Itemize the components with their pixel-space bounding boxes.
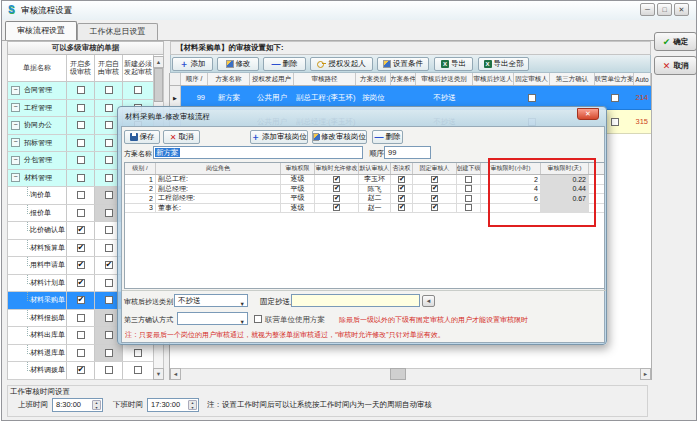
multi-level-checkbox[interactable] — [77, 279, 85, 287]
right-column-header[interactable]: 第三方确认 — [550, 73, 595, 85]
free-audit-checkbox[interactable] — [105, 209, 113, 217]
list-item[interactable]: 材料调拨单 — [8, 362, 154, 380]
dialog-cancel-button[interactable]: ✕取消 — [163, 130, 200, 144]
free-audit-checkbox[interactable] — [105, 349, 113, 357]
end-time-input[interactable]: 17:30:00▲▼ — [147, 398, 199, 412]
multi-level-checkbox[interactable] — [77, 349, 85, 357]
expand-icon[interactable]: − — [11, 156, 20, 165]
veto-checkbox[interactable] — [398, 185, 405, 192]
free-audit-checkbox[interactable] — [105, 191, 113, 199]
create-sub-checkbox[interactable] — [465, 204, 472, 211]
export-all-button[interactable]: X导出全部 — [478, 57, 529, 71]
right-column-header[interactable]: 方案条件 — [391, 73, 416, 85]
expand-icon[interactable]: − — [11, 86, 20, 95]
right-column-header[interactable]: 方案名称 — [208, 73, 250, 85]
free-audit-checkbox[interactable] — [105, 226, 113, 234]
veto-checkbox[interactable] — [398, 204, 405, 211]
dialog-column-header[interactable]: 审核权限 — [281, 163, 315, 174]
set-condition-button[interactable]: 设置条件 — [377, 57, 429, 71]
right-column-header[interactable]: 审核后抄送类别 — [416, 73, 473, 85]
joint-scheme-checkbox[interactable] — [611, 118, 619, 126]
veto-checkbox[interactable] — [398, 176, 405, 183]
left-column-header[interactable]: 新建必须发起审核 — [123, 55, 154, 81]
add-position-button[interactable]: ＋添加审核岗位 — [250, 130, 308, 144]
free-audit-checkbox[interactable] — [105, 261, 113, 269]
free-audit-checkbox[interactable] — [105, 366, 113, 374]
minimize-button[interactable]: ─ — [640, 3, 655, 16]
right-column-header[interactable]: 固定审核人 — [514, 73, 550, 85]
must-initiate-checkbox[interactable] — [134, 86, 142, 94]
modify-button[interactable]: 修改 — [217, 57, 259, 71]
delete-button[interactable]: —删除 — [263, 57, 306, 71]
multi-level-checkbox[interactable] — [77, 226, 85, 234]
delete-position-button[interactable]: —删除 — [372, 130, 403, 144]
multi-level-checkbox[interactable] — [77, 366, 85, 374]
tab-rest-day[interactable]: 工作休息日设置 — [77, 23, 158, 41]
modify-position-button[interactable]: 修改审核岗位 — [312, 130, 367, 144]
h-scroll-right-button[interactable]: ► — [640, 368, 651, 380]
allow-modify-checkbox[interactable] — [333, 185, 340, 192]
multi-level-checkbox[interactable] — [77, 174, 85, 182]
start-time-input[interactable]: 8:30:00▲▼ — [52, 398, 103, 412]
h-scroll-thumb[interactable] — [390, 368, 406, 380]
end-time-spinner[interactable]: ▲▼ — [188, 400, 197, 410]
fixed-auditor-checkbox[interactable] — [431, 185, 438, 192]
dialog-column-header[interactable]: 审核时允许修改 — [315, 163, 359, 174]
order-input[interactable]: 99 — [384, 146, 431, 159]
allow-modify-checkbox[interactable] — [333, 204, 340, 211]
free-audit-checkbox[interactable] — [105, 296, 113, 304]
create-sub-checkbox[interactable] — [465, 195, 472, 202]
fixed-auditor-checkbox[interactable] — [431, 195, 438, 202]
left-column-header[interactable]: 开启多级审核 — [67, 55, 95, 81]
multi-level-checkbox[interactable] — [77, 121, 85, 129]
scheme-name-input[interactable]: 新方案 — [153, 146, 363, 159]
h-scrollbar[interactable] — [170, 368, 651, 380]
free-audit-checkbox[interactable] — [105, 279, 113, 287]
allow-modify-checkbox[interactable] — [333, 176, 340, 183]
dialog-column-header[interactable]: 岗位角色 — [156, 163, 281, 174]
free-audit-checkbox[interactable] — [105, 121, 113, 129]
cc-type-select[interactable]: 不抄送▼ — [174, 294, 248, 307]
cc-person-picker-button[interactable]: ◄ — [422, 295, 435, 307]
multi-level-checkbox[interactable] — [77, 191, 85, 199]
list-item[interactable]: −合同管理 — [8, 82, 154, 100]
right-column-header[interactable]: 顺序 / — [181, 73, 208, 85]
free-audit-checkbox[interactable] — [105, 86, 113, 94]
multi-level-checkbox[interactable] — [77, 296, 85, 304]
free-audit-checkbox[interactable] — [105, 104, 113, 112]
free-audit-checkbox[interactable] — [105, 139, 113, 147]
expand-icon[interactable]: − — [11, 121, 20, 130]
add-button[interactable]: ＋添加 — [172, 57, 213, 71]
free-audit-checkbox[interactable] — [105, 331, 113, 339]
left-scrollbar-thumb[interactable] — [154, 68, 163, 102]
expand-icon[interactable]: − — [11, 103, 20, 112]
left-column-header[interactable]: 单据名称 — [8, 55, 67, 81]
multi-level-checkbox[interactable] — [77, 331, 85, 339]
fixed-auditor-checkbox[interactable] — [431, 204, 438, 211]
dialog-column-header[interactable]: 创建下级 — [457, 163, 481, 174]
dialog-column-header[interactable]: 固定审核人 — [413, 163, 457, 174]
fixed-auditor-checkbox[interactable] — [528, 94, 536, 102]
right-column-header[interactable]: 审核路径 — [294, 73, 356, 85]
tab-audit-flow[interactable]: 审核流程设置 — [5, 21, 77, 41]
multi-level-checkbox[interactable] — [77, 209, 85, 217]
multi-level-checkbox[interactable] — [77, 104, 85, 112]
free-audit-checkbox[interactable] — [105, 156, 113, 164]
must-initiate-checkbox[interactable] — [134, 366, 142, 374]
joint-scheme-checkbox[interactable] — [611, 94, 619, 102]
right-column-header[interactable]: 授权发起用户 — [250, 73, 294, 85]
start-time-spinner[interactable]: ▲▼ — [92, 400, 101, 410]
maximize-button[interactable]: □ — [657, 3, 672, 16]
multi-level-checkbox[interactable] — [77, 86, 85, 94]
multi-level-checkbox[interactable] — [77, 261, 85, 269]
cc-person-input[interactable] — [291, 294, 420, 307]
free-audit-checkbox[interactable] — [105, 244, 113, 252]
close-button[interactable]: ✕ — [674, 3, 689, 16]
multi-level-checkbox[interactable] — [77, 244, 85, 252]
dialog-column-header[interactable]: 默认审核人 — [359, 163, 391, 174]
save-button[interactable]: 保存 — [124, 130, 160, 144]
expand-icon[interactable]: − — [11, 173, 20, 182]
confirm-button[interactable]: ✔确定 — [654, 32, 697, 51]
list-item[interactable]: 材料退库单 — [8, 345, 154, 363]
authorize-initiator-button[interactable]: 授权发起人 — [310, 57, 373, 71]
